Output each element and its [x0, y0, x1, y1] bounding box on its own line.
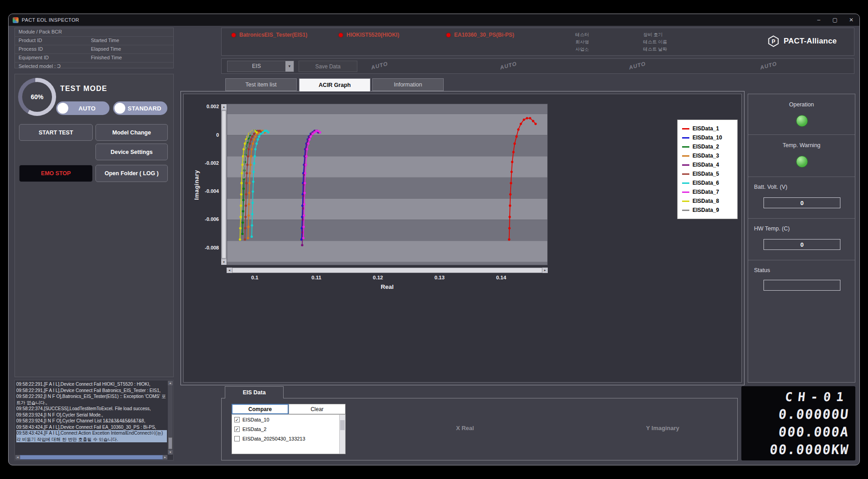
log-line[interactable]: 09:58:22:374,[SUCCESS],LoadTestitemToExc… [16, 406, 167, 412]
nyquist-plot [227, 104, 547, 265]
chart-vertical-scrollbar[interactable]: ▲ ▼ [221, 104, 227, 265]
eis-mode-value: EIS [228, 61, 285, 72]
chart-horizontal-scrollbar[interactable]: ◄ ► [227, 268, 548, 273]
legend-item: EISData_7 [682, 187, 733, 196]
auto-mode-toggle[interactable]: AUTO [56, 101, 109, 115]
eis-list-scrollbar[interactable] [339, 415, 345, 454]
checkbox-unchecked[interactable] [234, 436, 240, 441]
clear-button[interactable]: Clear [289, 404, 346, 414]
operation-lamp-icon [796, 115, 808, 127]
x-tick-label: 0.14 [488, 275, 515, 280]
tab-test-item-list[interactable]: Test item list [225, 78, 297, 91]
close-button[interactable]: ✕ [843, 14, 859, 26]
hardware-status-panel: Operation Temp. Warning Batt. Volt. (V) … [748, 94, 855, 383]
scroll-right-icon[interactable]: ► [163, 455, 167, 460]
start-test-button[interactable]: START TEST [19, 124, 93, 141]
legend-item: EISData_9 [682, 206, 733, 215]
checkbox-checked[interactable]: ✓ [234, 426, 240, 432]
log-line[interactable]: 09:58:23:924,[I N F O],Cycler Serial Mod… [16, 412, 167, 418]
y-tick-label: -0.006 [192, 216, 219, 222]
auto-watermark: AUTO [499, 61, 517, 71]
toggle-knob-icon [57, 103, 68, 114]
log-line[interactable]: 09:58:43:424,[F A I L],Connect Action Ex… [16, 430, 167, 442]
scroll-up-icon[interactable]: ▲ [168, 381, 173, 385]
toolbar: EIS ▼ Save Data AUTO AUTO AUTO AUTO [221, 58, 854, 74]
test-mode-title: TEST MODE [60, 85, 107, 93]
auto-toggle-label: AUTO [68, 105, 109, 112]
x-tick-label: 0.11 [303, 275, 330, 280]
emo-stop-button[interactable]: EMO STOP [19, 165, 93, 182]
power-readout: 00.0000KW [740, 441, 850, 459]
acir-chart-panel: Imaginary 0.0020-0.002-0.004-0.006-0.008… [183, 94, 742, 383]
window-title: PACT EOL INSPECTOR [22, 17, 79, 23]
log-line[interactable]: 09:58:23:924,[I N F O],Cycler Channel Li… [16, 418, 167, 424]
model-change-button[interactable]: Model Change [95, 124, 168, 141]
channel-readout: CH-01 [740, 388, 850, 406]
channel-display: CH-01 0.00000U 000.000A 00.0000KW [741, 386, 855, 460]
brand-logo: P PACT-Alliance [768, 35, 837, 47]
meta-label: 테스트 이름 [643, 38, 667, 46]
legend-swatch [682, 137, 689, 139]
legend-label: EISData_9 [693, 207, 719, 213]
tab-eis-data[interactable]: EIS Data [225, 386, 284, 398]
meta-labels-col1: 테스터 회사명 사업소 [575, 31, 589, 53]
x-axis-title: Real [227, 283, 547, 290]
standard-mode-toggle[interactable]: STANDARD [113, 101, 167, 115]
progress-gauge: 60% [18, 78, 56, 116]
save-data-button[interactable]: Save Data [299, 61, 357, 72]
eis-dataset-label: EISData_2 [242, 426, 266, 432]
compare-button[interactable]: Compare [232, 404, 289, 414]
legend-swatch [682, 128, 689, 129]
process-id-label: Process ID [19, 46, 43, 52]
checkbox-checked[interactable]: ✓ [234, 417, 240, 422]
scroll-down-icon[interactable]: ▼ [168, 450, 173, 455]
eis-dataset-item[interactable]: ✓EISData_2 [232, 424, 339, 434]
log-line[interactable]: 09:58:22:291,[F A I L],Device Connect Fa… [16, 381, 167, 388]
legend-item: EISData_10 [682, 133, 733, 142]
minimize-button[interactable]: – [811, 14, 827, 26]
eis-dataset-item[interactable]: EISData_20250430_133213 [232, 434, 339, 443]
legend-swatch [682, 146, 689, 148]
legend-item: EISData_3 [682, 151, 733, 160]
device-status-eis: BatronicsEIS_Tester(EIS1) [232, 31, 308, 38]
status-dot-red-icon [446, 33, 451, 37]
legend-item: EISData_5 [682, 169, 733, 178]
legend-item: EISData_1 [682, 124, 733, 133]
y-tick-label: 0.002 [192, 104, 219, 109]
x-tick-label: 0.12 [365, 275, 392, 280]
scroll-left-icon[interactable]: ◄ [15, 455, 20, 460]
maximize-button[interactable]: ▢ [827, 14, 843, 26]
column-header-x-real: X Real [438, 425, 492, 431]
title-bar: PACT EOL INSPECTOR – ▢ ✕ [9, 14, 859, 26]
legend-label: EISData_3 [693, 153, 719, 159]
log-line[interactable]: 09:58:43:424,[F A I L],Device Connect Fa… [16, 424, 167, 431]
toggle-knob-icon [114, 103, 125, 114]
log-vertical-scrollbar[interactable]: ▲ ▼ [168, 381, 173, 455]
eis-data-box: Compare Clear ✓EISData_10✓EISData_2EISDa… [221, 398, 738, 460]
status-value [764, 280, 840, 291]
started-time-label: Started Time [91, 37, 119, 44]
scroll-right-icon[interactable]: ► [542, 268, 548, 273]
device-settings-button[interactable]: Device Settings [95, 144, 168, 160]
tab-information[interactable]: Information [372, 78, 444, 91]
info-row: Equipment IDFinished Time [15, 54, 173, 62]
log-horizontal-scrollbar[interactable]: ◄ ► [15, 455, 167, 460]
meta-label: 테스트 날짜 [643, 46, 667, 53]
chevron-down-icon[interactable]: ▼ [285, 61, 294, 72]
log-message-list: 09:58:22:291,[F A I L],Device Connect Fa… [16, 381, 167, 455]
scroll-down-icon[interactable]: ▼ [221, 259, 227, 265]
scroll-left-icon[interactable]: ◄ [227, 268, 232, 273]
chart-legend: EISData_1EISData_10EISData_2EISData_3EIS… [677, 120, 738, 219]
log-line[interactable]: 09:58:22:291,[F A I L],Device Connect Fa… [16, 388, 167, 394]
eis-mode-select[interactable]: EIS ▼ [227, 61, 294, 72]
batt-volt-label: Batt. Volt. (V) [754, 184, 787, 190]
x-tick-label: 0.1 [241, 275, 268, 280]
eis-dataset-item[interactable]: ✓EISData_10 [232, 415, 339, 424]
log-line[interactable]: 09:58:22:292,[I N F O],Batronics_EIS_Tes… [16, 393, 167, 406]
open-log-folder-button[interactable]: Open Folder ( LOG ) [95, 165, 168, 182]
current-readout: 000.000A [740, 423, 850, 441]
tab-acir-graph[interactable]: ACIR Graph [299, 78, 370, 91]
x-tick-label: 0.13 [426, 275, 453, 280]
auto-watermark: AUTO [370, 61, 389, 71]
scroll-up-icon[interactable]: ▲ [221, 104, 227, 110]
